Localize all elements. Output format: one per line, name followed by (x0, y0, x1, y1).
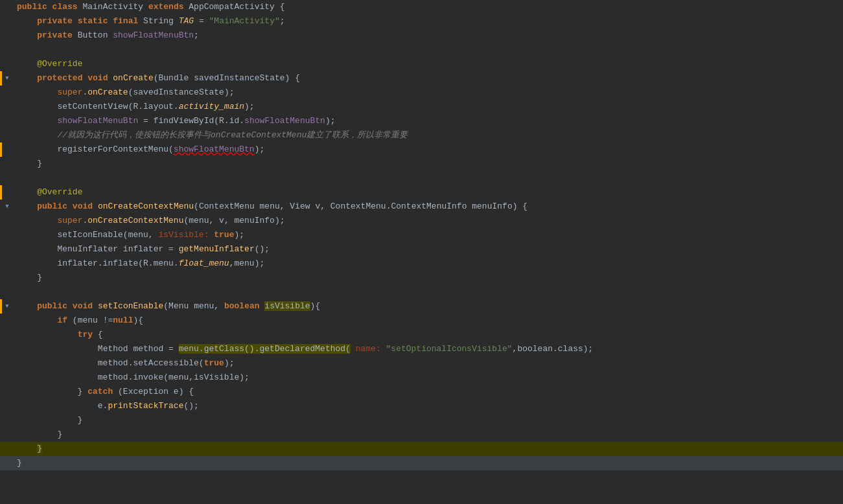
code-line-8: setContentView(R.layout.activity_main); (0, 100, 843, 114)
code-line-1: public class MainActivity extends AppCom… (0, 0, 843, 14)
line-content-16: super.onCreateContextMenu(menu, v, menuI… (14, 214, 843, 228)
line-content-8: setContentView(R.layout.activity_main); (14, 100, 843, 114)
line-content-15: public void onCreateContextMenu(ContextM… (14, 200, 843, 214)
code-line-31: } (0, 428, 843, 442)
line-content-28: } catch (Exception e) { (14, 385, 843, 399)
line-content-1: public class MainActivity extends AppCom… (14, 0, 843, 14)
code-lines: public class MainActivity extends AppCom… (0, 0, 843, 470)
code-line-2: private static final String TAG = "MainA… (0, 14, 843, 29)
line-content-18: MenuInflater inflater = getMenuInflater(… (14, 242, 843, 257)
code-line-6: ▼ protected void onCreate(Bundle savedIn… (0, 71, 843, 86)
fold-gutter-22[interactable]: ▼ (0, 299, 14, 314)
code-line-26: method.setAccessible(true); (0, 356, 843, 371)
line-content-25: Method method = menu.getClass().getDecla… (14, 342, 843, 356)
left-marker-22 (0, 299, 2, 314)
line-content-33: } (14, 456, 843, 470)
line-content-23: if (menu !=null){ (14, 314, 843, 328)
line-content-17: setIconEnable(menu, isVisible: true); (14, 228, 843, 242)
code-line-28: } catch (Exception e) { (0, 385, 843, 399)
fold-icon-15[interactable]: ▼ (5, 200, 8, 214)
line-content-24: try { (14, 328, 843, 342)
line-content-26: method.setAccessible(true); (14, 356, 843, 371)
line-content-2: private static final String TAG = "MainA… (14, 14, 843, 29)
fold-gutter-6[interactable]: ▼ (0, 71, 14, 86)
code-line-18: MenuInflater inflater = getMenuInflater(… (0, 242, 843, 257)
left-marker-6 (0, 71, 2, 86)
line-content-14: @Override (14, 185, 843, 200)
code-line-22: ▼ public void setIconEnable(Menu menu, b… (0, 299, 843, 314)
code-line-29: e.printStackTrace(); (0, 399, 843, 413)
code-line-25: Method method = menu.getClass().getDecla… (0, 342, 843, 356)
code-line-30: } (0, 413, 843, 428)
code-line-3: private Button showFloatMenuBtn; (0, 29, 843, 43)
code-line-4 (0, 43, 843, 57)
code-line-11: registerForContextMenu(showFloatMenuBtn)… (0, 143, 843, 157)
code-line-32: } (0, 442, 843, 456)
code-line-20: } (0, 271, 843, 285)
code-line-12: } (0, 157, 843, 171)
fold-icon-22[interactable]: ▼ (5, 299, 8, 314)
code-line-15: ▼ public void onCreateContextMenu(Contex… (0, 200, 843, 214)
code-line-27: method.invoke(menu,isVisible); (0, 371, 843, 385)
code-line-10: //就因为这行代码，使按钮的长按事件与onCreateContextMenu建立… (0, 128, 843, 143)
code-line-5: @Override (0, 57, 843, 71)
line-content-22: public void setIconEnable(Menu menu, boo… (14, 299, 843, 314)
code-line-33: } (0, 456, 843, 470)
fold-gutter-15[interactable]: ▼ (0, 200, 14, 214)
code-line-17: setIconEnable(menu, isVisible: true); (0, 228, 843, 242)
code-line-21 (0, 285, 843, 299)
line-content-10: //就因为这行代码，使按钮的长按事件与onCreateContextMenu建立… (14, 128, 843, 143)
line-content-19: inflater.inflate(R.menu.float_menu,menu)… (14, 257, 843, 271)
line-content-12: } (14, 157, 843, 171)
left-marker-11 (0, 143, 2, 157)
code-line-19: inflater.inflate(R.menu.float_menu,menu)… (0, 257, 843, 271)
line-content-29: e.printStackTrace(); (14, 399, 843, 413)
line-content-3: private Button showFloatMenuBtn; (14, 29, 843, 43)
line-content-21 (14, 285, 843, 299)
code-editor: public class MainActivity extends AppCom… (0, 0, 843, 504)
line-content-20: } (14, 271, 843, 285)
line-content-13 (14, 171, 843, 185)
code-line-13 (0, 171, 843, 185)
line-content-32: } (14, 442, 843, 456)
line-content-11: registerForContextMenu(showFloatMenuBtn)… (14, 143, 843, 157)
line-content-31: } (14, 428, 843, 442)
line-content-4 (14, 43, 843, 57)
code-line-16: super.onCreateContextMenu(menu, v, menuI… (0, 214, 843, 228)
line-content-5: @Override (14, 57, 843, 71)
fold-icon-6[interactable]: ▼ (5, 71, 8, 86)
code-line-23: if (menu !=null){ (0, 314, 843, 328)
code-line-14: @Override (0, 185, 843, 200)
line-content-7: super.onCreate(savedInstanceState); (14, 86, 843, 100)
line-content-27: method.invoke(menu,isVisible); (14, 371, 843, 385)
line-content-30: } (14, 413, 843, 428)
line-content-6: protected void onCreate(Bundle savedInst… (14, 71, 843, 86)
code-line-9: showFloatMenuBtn = findViewById(R.id.sho… (0, 114, 843, 128)
code-line-7: super.onCreate(savedInstanceState); (0, 86, 843, 100)
left-marker-15 (0, 185, 2, 200)
code-line-24: try { (0, 328, 843, 342)
line-content-9: showFloatMenuBtn = findViewById(R.id.sho… (14, 114, 843, 128)
